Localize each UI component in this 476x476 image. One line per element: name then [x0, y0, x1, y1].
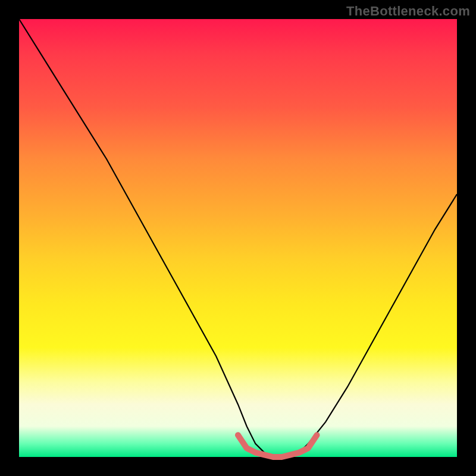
watermark-text: TheBottleneck.com: [346, 4, 470, 19]
chart-svg: [19, 19, 457, 457]
bottleneck-curve-path: [19, 19, 457, 457]
curve-layer: [19, 19, 457, 457]
chart-frame: TheBottleneck.com: [0, 0, 476, 476]
